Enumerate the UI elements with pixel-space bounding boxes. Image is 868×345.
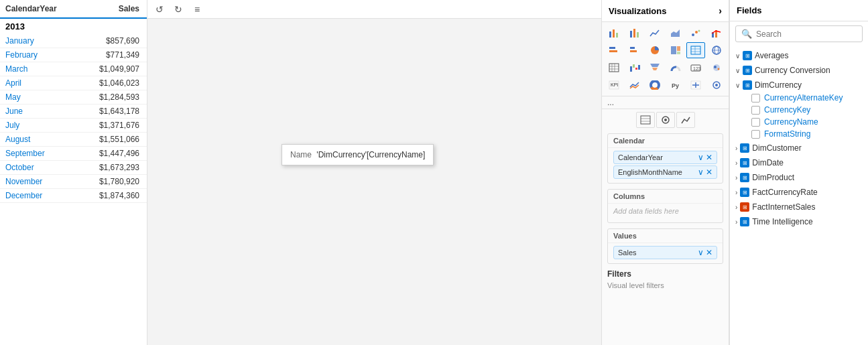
chevron-icon: ›	[735, 218, 737, 226]
viz-bar-icon[interactable]	[605, 25, 623, 41]
field-group-header-factinternetsales[interactable]: › ⊞ FactInternetSales	[730, 200, 868, 214]
fields-search-box[interactable]: 🔍	[735, 25, 863, 42]
chip-icons-calendaryear[interactable]: ∨ ✕	[698, 153, 712, 162]
fields-header: Fields	[730, 0, 868, 21]
viz-donut-icon[interactable]	[645, 77, 664, 93]
viz-table-icon[interactable]	[686, 42, 705, 58]
redo-icon[interactable]: ↻	[172, 3, 185, 16]
group-name: DimDate	[752, 158, 784, 167]
field-item-currencyname[interactable]: CurrencyName	[730, 116, 868, 128]
svg-rect-5	[637, 32, 639, 38]
viz-area-icon[interactable]	[666, 25, 685, 41]
field-group-dimcurrency: ∨ ⊞ DimCurrency CurrencyAlternateKey Cur…	[730, 78, 868, 140]
tooltip-label: Name	[290, 150, 312, 159]
viz-hbar-icon[interactable]	[605, 42, 623, 58]
svg-point-41	[714, 66, 717, 68]
table-row[interactable]: April $1,046,023	[0, 76, 147, 90]
field-item-formatstring[interactable]: FormatString	[730, 128, 868, 140]
chevron-icon: ∨	[735, 52, 740, 60]
table-row[interactable]: July $1,371,676	[0, 119, 147, 133]
field-group-header-factcurrencyrate[interactable]: › ⊞ FactCurrencyRate	[730, 186, 868, 199]
row-month: May	[5, 92, 72, 102]
viz-text-icon[interactable]: Py	[666, 77, 685, 93]
field-item-currencyalternatekey[interactable]: CurrencyAlternateKey	[730, 92, 868, 104]
field-group-header-dimproduct[interactable]: › ⊞ DimProduct	[730, 171, 868, 184]
group-name: FactInternetSales	[752, 202, 815, 212]
columns-well-content[interactable]: Add data fields here	[608, 204, 723, 222]
field-checkbox[interactable]	[751, 106, 760, 115]
table-row[interactable]: October $1,673,293	[0, 161, 147, 175]
row-value: $771,349	[72, 50, 139, 60]
viz-scatter-icon[interactable]	[686, 25, 705, 41]
col-header-sales: Sales	[72, 4, 139, 13]
field-group-header-dimcurrency[interactable]: ∨ ⊞ DimCurrency	[730, 78, 868, 92]
svg-marker-36	[650, 64, 660, 67]
viz-card-icon[interactable]: 123	[686, 60, 705, 76]
filters-header: Filters	[607, 269, 723, 279]
rows-well-content: CalendarYear ∨ ✕ EnglishMonthName ∨ ✕	[608, 148, 723, 183]
field-name: FormatString	[764, 129, 810, 139]
table-row[interactable]: September $1,447,496	[0, 147, 147, 161]
chip-icons-sales[interactable]: ∨ ✕	[698, 248, 712, 257]
field-checkbox[interactable]	[751, 130, 760, 139]
viz-chip-englishmonthname[interactable]: EnglishMonthName ∨ ✕	[613, 165, 717, 179]
viz-globe-icon[interactable]	[707, 42, 726, 58]
viz-chip-sales[interactable]: Sales ∨ ✕	[613, 246, 717, 259]
field-group-header-averages[interactable]: ∨ ⊞ Averages	[730, 49, 868, 62]
viz-custom-icon[interactable]	[707, 77, 726, 93]
svg-rect-53	[641, 116, 650, 124]
table-row[interactable]: May $1,284,593	[0, 90, 147, 105]
viz-line-icon[interactable]	[645, 25, 664, 41]
viz-combo-icon[interactable]	[707, 25, 726, 41]
field-item-currencykey[interactable]: CurrencyKey	[730, 104, 868, 116]
svg-rect-35	[638, 65, 640, 70]
svg-rect-20	[691, 46, 700, 54]
rows-well: Calendar CalendarYear ∨ ✕ EnglishMonthNa…	[607, 133, 723, 184]
viz-waterfall-icon[interactable]	[625, 60, 644, 76]
table-row[interactable]: December $1,874,360	[0, 189, 147, 203]
viz-tab-analytics[interactable]	[676, 112, 695, 128]
viz-globe2-icon[interactable]	[707, 60, 726, 76]
table-row[interactable]: February $771,349	[0, 48, 147, 62]
viz-bar2-icon[interactable]	[625, 25, 644, 41]
chevron-icon: ∨	[735, 82, 740, 89]
viz-treemap-icon[interactable]	[666, 42, 685, 58]
undo-icon[interactable]: ↺	[153, 3, 166, 16]
row-value: $1,447,496	[72, 149, 139, 158]
menu-icon[interactable]: ≡	[190, 3, 204, 16]
viz-expand-icon[interactable]: ›	[719, 5, 722, 16]
field-checkbox[interactable]	[751, 94, 760, 102]
viz-funnel-icon[interactable]	[645, 60, 664, 76]
viz-pie-icon[interactable]	[645, 42, 664, 58]
field-group-header-dimcustomer[interactable]: › ⊞ DimCustomer	[730, 141, 868, 155]
search-input[interactable]	[756, 29, 857, 39]
field-group-header-time-intelligence[interactable]: › ⊞ Time Intelligence	[730, 215, 868, 228]
viz-chip-calendaryear[interactable]: CalendarYear ∨ ✕	[613, 151, 717, 164]
table-row[interactable]: January $857,690	[0, 34, 147, 48]
chip-icons-englishmonthname[interactable]: ∨ ✕	[698, 167, 712, 177]
field-group-factinternetsales: › ⊞ FactInternetSales	[730, 200, 868, 214]
rows-well-label: Calendar	[608, 134, 723, 148]
viz-more-btn[interactable]: ...	[602, 96, 729, 109]
viz-gauge-icon[interactable]	[666, 60, 685, 76]
table-row[interactable]: August $1,551,066	[0, 133, 147, 147]
field-group-time-intelligence: › ⊞ Time Intelligence	[730, 215, 868, 228]
viz-hbar2-icon[interactable]	[625, 42, 644, 58]
viz-line2-icon[interactable]	[625, 77, 644, 93]
svg-rect-14	[630, 47, 635, 49]
table-row[interactable]: March $1,049,907	[0, 62, 147, 76]
field-group-header-currency-conversion[interactable]: ∨ ⊞ Currency Conversion	[730, 64, 868, 77]
viz-tab-format[interactable]	[656, 112, 675, 128]
row-value: $1,874,360	[72, 191, 139, 200]
viz-tab-fields[interactable]	[636, 112, 655, 128]
viz-r-icon[interactable]	[686, 77, 705, 93]
field-group-header-dimdate[interactable]: › ⊞ DimDate	[730, 156, 868, 169]
svg-text:KPI: KPI	[611, 82, 618, 87]
field-checkbox[interactable]	[751, 118, 760, 127]
table-row[interactable]: June $1,643,178	[0, 105, 147, 119]
table-row[interactable]: November $1,780,920	[0, 175, 147, 189]
search-icon: 🔍	[741, 29, 752, 39]
viz-matrix-icon[interactable]	[605, 60, 623, 76]
viz-kpi-icon[interactable]: KPI	[605, 77, 623, 93]
fields-pane: Fields 🔍 ∨ ⊞ Averages ∨ ⊞ Currency Conve…	[729, 0, 868, 345]
